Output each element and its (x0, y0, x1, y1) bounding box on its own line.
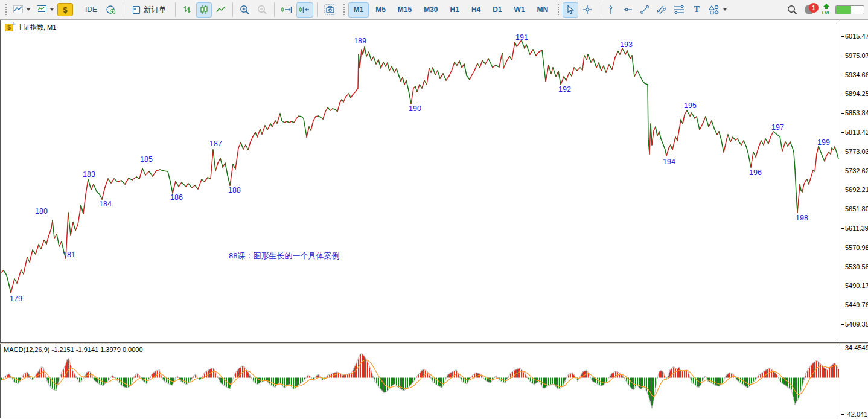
swing-label-195[interactable]: 195 (684, 101, 697, 110)
swing-label-196[interactable]: 196 (749, 168, 762, 177)
equidistant-channel-icon (656, 4, 667, 15)
symbol-title: 上证指数, M1 (17, 23, 56, 32)
symbol-label: $ 上证指数, M1 (5, 23, 56, 32)
channel-tool-button[interactable] (654, 2, 669, 18)
camera-icon (324, 4, 337, 16)
toolbar-separator (599, 2, 599, 17)
swing-label-191[interactable]: 191 (515, 33, 528, 42)
swing-label-192[interactable]: 192 (558, 85, 571, 94)
auto-scroll-icon (299, 4, 311, 15)
horizontal-line-icon (622, 4, 633, 15)
swing-label-186[interactable]: 186 (170, 193, 183, 202)
price-axis-label: 5894.2543 (841, 90, 868, 97)
swing-label-189[interactable]: 189 (354, 37, 366, 45)
level-button[interactable]: LVL (819, 2, 834, 18)
swing-label-188[interactable]: 188 (228, 186, 241, 194)
mt5-window: $ IDE 新订单 (0, 0, 868, 419)
chevron-down-icon (50, 8, 54, 11)
swing-label-190[interactable]: 190 (409, 104, 421, 113)
timeframe-M1[interactable]: M1 (348, 2, 369, 18)
main-chart-pane[interactable]: 1791801811831841851861871881891901911921… (0, 20, 868, 343)
macd-label: MACD(12,26,9) -1.2151 -1.9141 1.3979 0.0… (4, 346, 143, 353)
text-tool-button[interactable]: T (689, 2, 704, 18)
arrow-up-icon (823, 4, 830, 9)
swing-label-197[interactable]: 197 (771, 123, 784, 132)
line-chart-mode-button[interactable] (213, 2, 229, 18)
cursor-tool-button[interactable] (563, 2, 578, 18)
chart-type-button[interactable] (10, 2, 33, 18)
fibo-tool-button[interactable] (671, 2, 688, 18)
fibonacci-lines-icon (673, 4, 685, 15)
connection-level-bar (835, 5, 864, 14)
toolbar-grip[interactable] (4, 3, 7, 16)
price-axis-label: 5490.1733 (841, 282, 868, 289)
trendline-tool-button[interactable] (637, 2, 653, 18)
search-button[interactable] (784, 2, 800, 18)
price-axis-label: 5813.4381 (841, 129, 868, 136)
timeframe-M30[interactable]: M30 (418, 2, 443, 18)
swing-label-198[interactable]: 198 (796, 214, 808, 222)
ohlc-bars-icon (182, 4, 193, 15)
macd-axis-label: 34.4549 (841, 344, 868, 351)
shapes-icon (708, 4, 720, 15)
timeframe-H1[interactable]: H1 (445, 2, 465, 18)
toolbar-separator (232, 2, 233, 17)
timeframe-H4[interactable]: H4 (466, 2, 486, 18)
candlestick-mode-button[interactable] (196, 2, 212, 18)
swing-label-181[interactable]: 181 (63, 251, 75, 259)
screenshot-button[interactable] (321, 2, 339, 18)
price-axis[interactable]: 6015.47865975.07055934.66245894.25435853… (840, 20, 868, 342)
swing-label-180[interactable]: 180 (35, 207, 48, 216)
price-axis-label: 5651.8057 (841, 205, 868, 213)
swing-label-183[interactable]: 183 (83, 170, 95, 179)
line-chart-icon (215, 4, 226, 15)
new-chart-button[interactable] (34, 2, 56, 18)
shift-end-button[interactable] (278, 2, 295, 18)
swing-label-179[interactable]: 179 (10, 295, 22, 303)
toolbar-separator (123, 2, 123, 17)
cursor-arrow-icon (565, 4, 576, 15)
auto-scroll-button[interactable] (296, 2, 313, 18)
chart-workspace: 1791801811831841851861871881891901911921… (0, 20, 868, 418)
new-order-icon (132, 5, 142, 15)
new-order-button[interactable]: 新订单 (127, 2, 171, 18)
community-button[interactable] (103, 2, 119, 18)
timeframe-M15[interactable]: M15 (392, 2, 417, 18)
vertical-line-icon (605, 4, 616, 15)
timeframe-D1[interactable]: D1 (487, 2, 507, 18)
zoom-out-button[interactable] (254, 2, 270, 18)
ide-button[interactable]: IDE (81, 2, 101, 18)
price-chart-canvas[interactable]: 1791801811831841851861871881891901911921… (1, 20, 840, 342)
price-axis-label: 5773.0300 (841, 148, 868, 155)
price-axis-label: 5692.2138 (841, 186, 868, 193)
shapes-tool-button[interactable] (706, 2, 729, 18)
new-chart-window-icon (36, 4, 47, 15)
vertical-line-tool-button[interactable] (603, 2, 619, 18)
toolbar-grip[interactable] (342, 3, 345, 16)
timeframe-M5[interactable]: M5 (370, 2, 391, 18)
zoom-in-icon (239, 4, 251, 16)
price-axis-label: 5611.3976 (841, 225, 868, 232)
swing-label-187[interactable]: 187 (209, 139, 222, 148)
timeframe-W1[interactable]: W1 (509, 2, 531, 18)
chart-note-text[interactable]: 88课：图形生长的一个具体案例 (229, 251, 339, 260)
crosshair-tool-button[interactable] (579, 2, 595, 18)
horizontal-line-tool-button[interactable] (620, 2, 636, 18)
toolbar-separator (175, 2, 176, 17)
macd-pane[interactable]: MACD(12,26,9) -1.2151 -1.9141 1.3979 0.0… (0, 344, 868, 418)
price-axis-label: 5853.8462 (841, 109, 868, 117)
swing-label-184[interactable]: 184 (99, 200, 112, 208)
one-click-trading-button[interactable]: $ (57, 3, 73, 16)
swing-label-194[interactable]: 194 (663, 158, 675, 166)
community-globe-icon (105, 4, 116, 16)
swing-label-185[interactable]: 185 (140, 155, 153, 164)
bar-chart-mode-button[interactable] (179, 2, 195, 18)
notifications-button[interactable]: 1 (802, 2, 817, 17)
macd-canvas[interactable] (1, 344, 840, 418)
swing-label-199[interactable]: 199 (817, 138, 830, 147)
toolbar-grip[interactable] (557, 3, 560, 16)
timeframe-MN[interactable]: MN (532, 2, 554, 18)
zoom-in-button[interactable] (237, 2, 253, 18)
swing-label-193[interactable]: 193 (620, 40, 633, 49)
macd-axis[interactable]: 34.4549-42.0417 (840, 344, 868, 418)
